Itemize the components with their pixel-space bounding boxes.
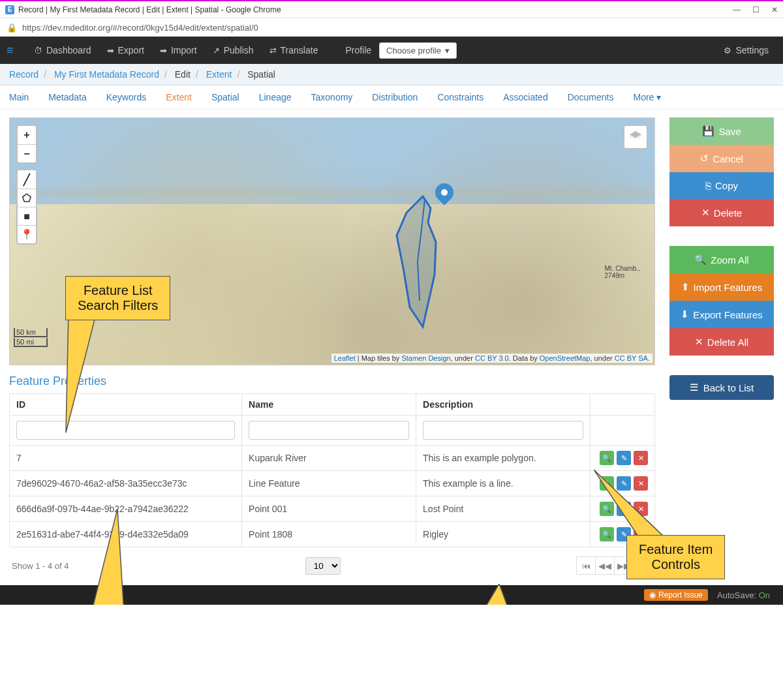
tab-taxonomy[interactable]: Taxonomy xyxy=(311,92,353,102)
top-nav: ≡ ⏱Dashboard ➡Export ➡Import ↗Publish ⇄T… xyxy=(0,37,783,64)
table-row: 7 Kuparuk River This is an example polyg… xyxy=(10,446,655,471)
autosave-status: AutoSave: On xyxy=(717,590,770,600)
leaflet-link[interactable]: Leaflet xyxy=(334,354,356,362)
map-draw-marker-button[interactable]: 📍 xyxy=(18,225,36,243)
map-draw-polygon-button[interactable]: ⬠ xyxy=(18,189,36,207)
cc-link[interactable]: CC BY 3.0 xyxy=(475,354,509,362)
window-close-icon[interactable]: ✕ xyxy=(771,5,778,14)
window-minimize-icon[interactable]: — xyxy=(733,5,741,14)
row-delete-button[interactable]: ✕ xyxy=(634,451,648,465)
cancel-button[interactable]: ↺Cancel xyxy=(669,145,774,172)
breadcrumb-extent[interactable]: Extent xyxy=(206,69,232,80)
record-actions: 💾Save ↺Cancel ⎘Copy ✕Delete xyxy=(669,117,774,226)
address-bar: 🔒 https://dev.mdeditor.org/#/record/0kgv… xyxy=(0,18,783,37)
breadcrumb: Record/ My First Metadata Record/ Edit/ … xyxy=(0,64,783,85)
tab-constraints[interactable]: Constraints xyxy=(437,92,484,102)
pager-prev-button[interactable]: ◀◀ xyxy=(595,556,615,575)
github-icon: ◉ xyxy=(649,590,656,600)
window-title: Record | My First Metadata Record | Edit… xyxy=(18,5,733,14)
nav-publish[interactable]: ↗Publish xyxy=(205,45,262,55)
breadcrumb-my-record[interactable]: My First Metadata Record xyxy=(54,69,159,80)
save-icon: 💾 xyxy=(702,125,714,137)
map-zoom-out-button[interactable]: − xyxy=(18,144,36,162)
list-icon: ☰ xyxy=(690,382,698,393)
ccsa-link[interactable]: CC BY SA xyxy=(615,354,648,362)
close-icon: ✕ xyxy=(701,207,710,219)
filter-name-input[interactable] xyxy=(249,421,409,440)
svg-marker-0 xyxy=(66,312,97,433)
app-logo-icon[interactable]: ≡ xyxy=(7,44,20,57)
row-edit-button[interactable]: ✎ xyxy=(617,451,631,465)
tab-documents[interactable]: Documents xyxy=(568,92,614,102)
map-draw-line-button[interactable]: ╱ xyxy=(18,170,36,189)
map-draw-rectangle-button[interactable]: ■ xyxy=(18,207,36,225)
app-favicon: E xyxy=(5,5,14,14)
download-icon: ⬇ xyxy=(681,309,689,320)
callout-item-controls: Feature Item Controls xyxy=(626,535,725,579)
nav-settings[interactable]: ⚙Settings xyxy=(716,45,776,55)
tab-lineage[interactable]: Lineage xyxy=(259,92,292,102)
map-marker-icon[interactable] xyxy=(435,183,455,209)
map-layers-button[interactable] xyxy=(623,125,648,149)
layers-icon xyxy=(628,130,643,144)
pager-first-button[interactable]: ⏮ xyxy=(576,556,596,575)
col-header-name[interactable]: Name xyxy=(242,394,416,416)
tab-spatial[interactable]: Spatial xyxy=(211,92,239,102)
osm-link[interactable]: OpenStreetMap xyxy=(540,354,591,362)
translate-icon: ⇄ xyxy=(269,46,277,55)
page-size-select[interactable]: 10 xyxy=(305,557,341,575)
back-to-list-button[interactable]: ☰Back to List xyxy=(669,375,774,400)
svg-marker-2 xyxy=(473,584,515,605)
gear-icon: ⚙ xyxy=(724,46,731,55)
breadcrumb-record[interactable]: Record xyxy=(9,69,38,80)
feature-actions: 🔍Zoom All ⬆Import Features ⬇Export Featu… xyxy=(669,246,774,356)
window-titlebar: E Record | My First Metadata Record | Ed… xyxy=(0,0,783,18)
search-icon: 🔍 xyxy=(694,254,707,266)
map-peak-label: Mt. Chamb..2749m xyxy=(605,265,640,279)
pager-show-text: Show 1 - 4 of 4 xyxy=(12,561,69,571)
profile-label: Profile xyxy=(337,45,379,55)
breadcrumb-edit: Edit xyxy=(175,69,191,80)
map-scale: 50 km 50 mi xyxy=(14,328,48,348)
nav-import[interactable]: ➡Import xyxy=(152,45,205,55)
close-icon: ✕ xyxy=(695,336,703,348)
nav-export[interactable]: ➡Export xyxy=(99,45,152,55)
copy-button[interactable]: ⎘Copy xyxy=(669,172,774,199)
delete-all-button[interactable]: ✕Delete All xyxy=(669,328,774,356)
dashboard-icon: ⏱ xyxy=(34,46,42,55)
undo-icon: ↺ xyxy=(700,153,709,164)
nav-dashboard[interactable]: ⏱Dashboard xyxy=(26,45,99,55)
export-icon: ➡ xyxy=(107,46,114,55)
tab-extent[interactable]: Extent xyxy=(166,92,192,102)
tab-metadata[interactable]: Metadata xyxy=(48,92,86,102)
tab-main[interactable]: Main xyxy=(9,92,29,102)
tab-keywords[interactable]: Keywords xyxy=(106,92,146,102)
import-icon: ➡ xyxy=(160,46,167,55)
table-row: 7de96029-4670-46a2-af58-3a35ecc3e73c Lin… xyxy=(10,471,655,496)
report-issue-button[interactable]: ◉Report Issue xyxy=(644,589,708,601)
svg-marker-1 xyxy=(91,509,124,605)
tab-distribution[interactable]: Distribution xyxy=(372,92,418,102)
map-attribution: Leaflet | Map tiles by Stamen Design, un… xyxy=(331,354,652,363)
row-zoom-button[interactable]: 🔍 xyxy=(600,451,614,465)
map-zoom-in-button[interactable]: + xyxy=(18,126,36,144)
stamen-link[interactable]: Stamen Design xyxy=(401,354,450,362)
nav-translate[interactable]: ⇄Translate xyxy=(262,45,326,55)
import-features-button[interactable]: ⬆Import Features xyxy=(669,273,774,301)
save-button[interactable]: 💾Save xyxy=(669,117,774,145)
copy-icon: ⎘ xyxy=(705,180,711,191)
upload-icon: ⬆ xyxy=(681,281,690,293)
breadcrumb-spatial: Spatial xyxy=(247,69,275,80)
filter-desc-input[interactable] xyxy=(423,421,583,440)
url-text: https://dev.mdeditor.org/#/record/0kgv15… xyxy=(22,23,258,33)
caret-down-icon: ▾ xyxy=(654,92,661,102)
tab-more[interactable]: More ▾ xyxy=(634,92,662,102)
col-header-desc[interactable]: Description xyxy=(416,394,591,416)
zoom-all-button[interactable]: 🔍Zoom All xyxy=(669,246,774,273)
profile-select[interactable]: Choose profile▾ xyxy=(379,42,457,59)
publish-icon: ↗ xyxy=(213,46,220,55)
tab-associated[interactable]: Associated xyxy=(503,92,547,102)
window-maximize-icon[interactable]: ☐ xyxy=(752,5,760,14)
delete-button[interactable]: ✕Delete xyxy=(669,199,774,226)
export-features-button[interactable]: ⬇Export Features xyxy=(669,301,774,328)
